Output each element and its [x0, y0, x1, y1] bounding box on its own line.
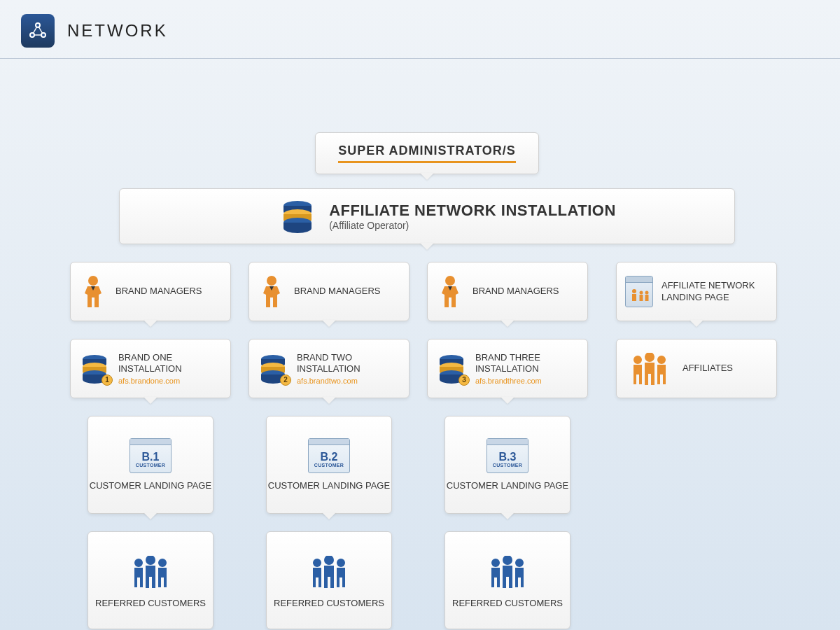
svg-point-30	[134, 559, 143, 567]
svg-point-36	[491, 559, 500, 567]
customer-landing-box-2: B.2 CUSTOMER CUSTOMER LANDING PAGE	[266, 416, 392, 514]
brand-managers-label: BRAND MANAGERS	[472, 286, 559, 298]
affiliates-label: AFFILIATES	[682, 363, 733, 374]
landing-sub: CUSTOMER	[493, 463, 522, 468]
brand-install-box-3: 3 BRAND THREE INSTALLATION afs.brandthre…	[427, 339, 588, 398]
browser-customer-icon: B.2 CUSTOMER	[308, 438, 350, 473]
network-diagram: SUPER ADMINISTRATOR/S AFFILIATE NETWORK …	[0, 59, 840, 87]
brand-managers-label: BRAND MANAGERS	[115, 286, 202, 298]
landing-label: CUSTOMER LANDING PAGE	[447, 480, 568, 491]
customers-label: REFERRED CUSTOMERS	[274, 598, 384, 609]
brand-install-box-2: 2 BRAND TWO INSTALLATION afs.brandtwo.co…	[248, 339, 410, 398]
referred-customers-box-2: REFERRED CUSTOMERS	[266, 531, 392, 629]
super-admin-label: SUPER ADMINISTRATOR/S	[338, 144, 516, 163]
landing-label: CUSTOMER LANDING PAGE	[268, 480, 390, 491]
brand-managers-box-1: BRAND MANAGERS	[70, 262, 231, 321]
people-group-icon	[625, 349, 674, 388]
referred-customers-box-3: REFERRED CUSTOMERS	[444, 531, 570, 629]
database-icon	[280, 199, 315, 234]
install-url: afs.brandone.com	[118, 377, 222, 385]
affiliate-landing-box: AFFILIATE NETWORK LANDING PAGE	[616, 262, 777, 321]
person-icon	[436, 274, 464, 309]
svg-point-37	[503, 556, 512, 565]
customers-label: REFERRED CUSTOMERS	[452, 598, 563, 609]
svg-point-28	[645, 353, 654, 362]
customer-landing-box-1: B.1 CUSTOMER CUSTOMER LANDING PAGE	[88, 416, 214, 514]
landing-code: B.1	[142, 451, 160, 463]
svg-point-33	[313, 559, 321, 567]
browser-customer-icon: B.3 CUSTOMER	[486, 438, 528, 473]
people-group-icon	[304, 552, 354, 591]
landing-sub: CUSTOMER	[314, 463, 344, 468]
affiliate-landing-label: AFFILIATE NETWORK LANDING PAGE	[662, 280, 768, 304]
install-url: afs.brandthree.com	[475, 377, 579, 385]
customers-label: REFERRED CUSTOMERS	[95, 598, 206, 609]
install-url: afs.brandtwo.com	[297, 377, 400, 385]
person-icon	[79, 274, 107, 309]
database-icon: 1	[79, 354, 110, 384]
svg-point-29	[657, 356, 666, 364]
people-group-icon	[126, 552, 175, 591]
svg-point-27	[634, 356, 642, 364]
svg-point-35	[337, 559, 345, 567]
svg-point-8	[42, 34, 45, 36]
landing-code: B.2	[321, 451, 338, 463]
svg-point-32	[158, 559, 167, 567]
svg-point-34	[324, 556, 334, 565]
affiliate-install-subtitle: (Affiliate Operator)	[329, 220, 616, 231]
affiliates-box: AFFILIATES	[616, 339, 777, 398]
page-header: NETWORK	[0, 0, 840, 59]
affiliate-install-title: AFFILIATE NETWORK INSTALLATION	[329, 202, 616, 220]
svg-point-38	[515, 559, 524, 567]
landing-code: B.3	[499, 451, 517, 463]
svg-point-31	[146, 556, 155, 565]
install-title: BRAND ONE INSTALLATION	[118, 352, 222, 374]
referred-customers-box-1: REFERRED CUSTOMERS	[88, 531, 214, 629]
brand-managers-box-2: BRAND MANAGERS	[248, 262, 410, 321]
network-icon	[21, 14, 55, 48]
person-icon	[258, 274, 286, 309]
install-badge: 2	[280, 374, 291, 386]
svg-point-6	[36, 24, 39, 27]
svg-point-12	[88, 276, 98, 286]
brand-install-box-1: 1 BRAND ONE INSTALLATION afs.brandone.co…	[70, 339, 231, 398]
brand-managers-box-3: BRAND MANAGERS	[427, 262, 588, 321]
browser-window-icon	[625, 276, 653, 307]
install-title: BRAND THREE INSTALLATION	[475, 352, 579, 374]
svg-point-13	[267, 276, 276, 286]
landing-label: CUSTOMER LANDING PAGE	[90, 480, 211, 491]
svg-point-17	[645, 290, 649, 294]
svg-point-14	[445, 276, 455, 286]
brand-managers-label: BRAND MANAGERS	[294, 286, 381, 298]
database-icon: 2	[258, 354, 288, 384]
customer-landing-box-3: B.3 CUSTOMER CUSTOMER LANDING PAGE	[444, 416, 570, 514]
svg-line-3	[32, 25, 38, 35]
svg-line-4	[38, 25, 43, 35]
affiliate-install-box: AFFILIATE NETWORK INSTALLATION (Affiliat…	[119, 188, 735, 244]
install-badge: 3	[458, 374, 470, 386]
svg-point-16	[640, 290, 643, 294]
svg-point-15	[632, 289, 636, 293]
super-admin-box: SUPER ADMINISTRATOR/S	[315, 132, 539, 174]
landing-sub: CUSTOMER	[136, 463, 165, 468]
page-title: NETWORK	[67, 21, 168, 41]
svg-point-7	[31, 34, 34, 36]
install-badge: 1	[102, 374, 113, 386]
people-group-icon	[483, 552, 532, 591]
browser-customer-icon: B.1 CUSTOMER	[130, 438, 172, 473]
install-title: BRAND TWO INSTALLATION	[297, 352, 400, 374]
database-icon: 3	[436, 354, 467, 384]
